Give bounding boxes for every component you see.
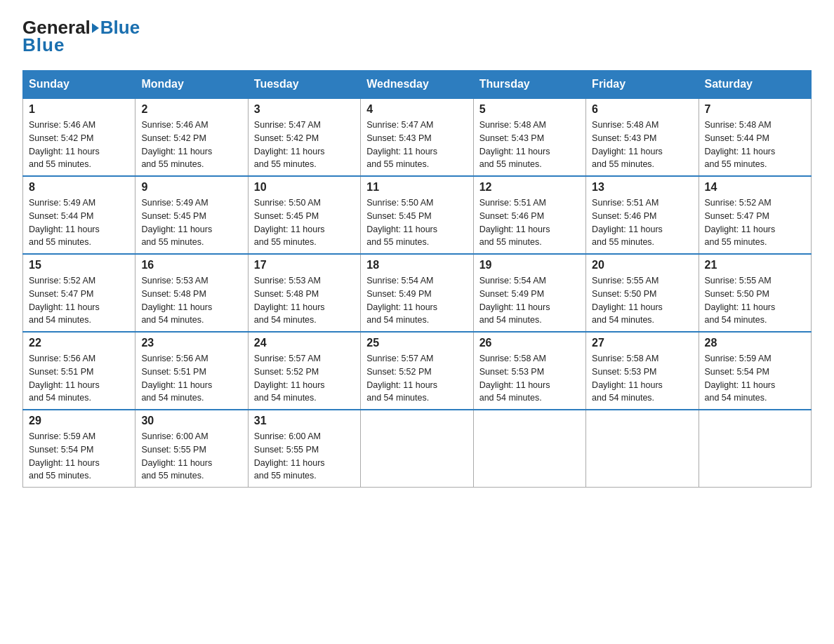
day-info: Sunrise: 6:00 AMSunset: 5:55 PMDaylight:… <box>254 430 355 483</box>
day-number: 4 <box>366 103 467 116</box>
day-info: Sunrise: 5:46 AMSunset: 5:42 PMDaylight:… <box>29 119 129 171</box>
calendar-cell: 18Sunrise: 5:54 AMSunset: 5:49 PMDayligh… <box>361 254 473 332</box>
calendar-cell: 6Sunrise: 5:48 AMSunset: 5:43 PMDaylight… <box>586 98 699 176</box>
day-info: Sunrise: 5:46 AMSunset: 5:42 PMDaylight:… <box>141 119 241 171</box>
calendar-cell: 30Sunrise: 6:00 AMSunset: 5:55 PMDayligh… <box>135 410 248 488</box>
page-header: General Blue Blue <box>22 17 812 56</box>
day-number: 12 <box>479 181 580 194</box>
day-info: Sunrise: 5:48 AMSunset: 5:44 PMDaylight:… <box>705 119 805 171</box>
calendar-cell: 16Sunrise: 5:53 AMSunset: 5:48 PMDayligh… <box>135 254 248 332</box>
calendar-cell: 27Sunrise: 5:58 AMSunset: 5:53 PMDayligh… <box>586 332 699 410</box>
calendar-cell: 12Sunrise: 5:51 AMSunset: 5:46 PMDayligh… <box>473 176 585 254</box>
day-number: 9 <box>141 181 241 194</box>
calendar-cell <box>473 410 585 488</box>
calendar-cell: 29Sunrise: 5:59 AMSunset: 5:54 PMDayligh… <box>23 410 135 488</box>
calendar-cell <box>699 410 811 488</box>
day-info: Sunrise: 5:54 AMSunset: 5:49 PMDaylight:… <box>366 274 467 327</box>
day-info: Sunrise: 5:57 AMSunset: 5:52 PMDaylight:… <box>366 352 467 405</box>
day-number: 15 <box>29 259 129 271</box>
calendar-cell: 3Sunrise: 5:47 AMSunset: 5:42 PMDaylight… <box>248 98 360 176</box>
day-number: 11 <box>366 181 467 194</box>
day-number: 30 <box>141 415 241 427</box>
calendar-cell: 20Sunrise: 5:55 AMSunset: 5:50 PMDayligh… <box>586 254 699 332</box>
day-info: Sunrise: 5:57 AMSunset: 5:52 PMDaylight:… <box>254 352 355 405</box>
day-number: 24 <box>254 337 355 349</box>
calendar-cell: 28Sunrise: 5:59 AMSunset: 5:54 PMDayligh… <box>699 332 811 410</box>
day-number: 7 <box>705 103 805 116</box>
calendar-week-row: 22Sunrise: 5:56 AMSunset: 5:51 PMDayligh… <box>23 332 812 410</box>
calendar-week-row: 1Sunrise: 5:46 AMSunset: 5:42 PMDaylight… <box>23 98 812 176</box>
day-info: Sunrise: 5:52 AMSunset: 5:47 PMDaylight:… <box>705 196 805 249</box>
day-info: Sunrise: 5:50 AMSunset: 5:45 PMDaylight:… <box>254 196 355 249</box>
day-number: 20 <box>592 259 692 271</box>
day-number: 25 <box>366 337 467 349</box>
day-number: 28 <box>705 337 805 349</box>
col-header-tuesday: Tuesday <box>248 71 360 99</box>
day-info: Sunrise: 5:53 AMSunset: 5:48 PMDaylight:… <box>141 274 241 327</box>
day-number: 21 <box>705 259 805 271</box>
calendar-cell: 14Sunrise: 5:52 AMSunset: 5:47 PMDayligh… <box>699 176 811 254</box>
calendar-cell: 21Sunrise: 5:55 AMSunset: 5:50 PMDayligh… <box>699 254 811 332</box>
calendar-week-row: 15Sunrise: 5:52 AMSunset: 5:47 PMDayligh… <box>23 254 812 332</box>
day-info: Sunrise: 5:48 AMSunset: 5:43 PMDaylight:… <box>479 119 580 171</box>
logo-arrow-icon <box>92 23 99 33</box>
calendar-cell: 15Sunrise: 5:52 AMSunset: 5:47 PMDayligh… <box>23 254 135 332</box>
calendar-cell: 11Sunrise: 5:50 AMSunset: 5:45 PMDayligh… <box>361 176 473 254</box>
col-header-monday: Monday <box>135 71 248 99</box>
logo-blue-word: Blue <box>100 17 140 39</box>
day-number: 22 <box>29 337 129 349</box>
calendar-cell: 2Sunrise: 5:46 AMSunset: 5:42 PMDaylight… <box>135 98 248 176</box>
day-number: 26 <box>479 337 580 349</box>
col-header-wednesday: Wednesday <box>361 71 473 99</box>
calendar-cell: 8Sunrise: 5:49 AMSunset: 5:44 PMDaylight… <box>23 176 135 254</box>
day-info: Sunrise: 5:56 AMSunset: 5:51 PMDaylight:… <box>29 352 129 405</box>
calendar-cell: 26Sunrise: 5:58 AMSunset: 5:53 PMDayligh… <box>473 332 585 410</box>
logo-underline: Blue <box>22 34 65 56</box>
day-info: Sunrise: 5:53 AMSunset: 5:48 PMDaylight:… <box>254 274 355 327</box>
day-info: Sunrise: 5:59 AMSunset: 5:54 PMDaylight:… <box>29 430 129 483</box>
calendar-cell: 19Sunrise: 5:54 AMSunset: 5:49 PMDayligh… <box>473 254 585 332</box>
calendar-cell <box>361 410 473 488</box>
day-number: 13 <box>592 181 692 194</box>
day-info: Sunrise: 5:58 AMSunset: 5:53 PMDaylight:… <box>479 352 580 405</box>
calendar-cell: 7Sunrise: 5:48 AMSunset: 5:44 PMDaylight… <box>699 98 811 176</box>
day-info: Sunrise: 5:51 AMSunset: 5:46 PMDaylight:… <box>592 196 692 249</box>
day-number: 5 <box>479 103 580 116</box>
day-number: 10 <box>254 181 355 194</box>
day-number: 16 <box>141 259 241 271</box>
day-info: Sunrise: 6:00 AMSunset: 5:55 PMDaylight:… <box>141 430 241 483</box>
day-number: 6 <box>592 103 692 116</box>
calendar-week-row: 8Sunrise: 5:49 AMSunset: 5:44 PMDaylight… <box>23 176 812 254</box>
day-info: Sunrise: 5:49 AMSunset: 5:44 PMDaylight:… <box>29 196 129 249</box>
calendar-cell: 4Sunrise: 5:47 AMSunset: 5:43 PMDaylight… <box>361 98 473 176</box>
calendar-cell: 31Sunrise: 6:00 AMSunset: 5:55 PMDayligh… <box>248 410 360 488</box>
day-number: 1 <box>29 103 129 116</box>
calendar-cell: 1Sunrise: 5:46 AMSunset: 5:42 PMDaylight… <box>23 98 135 176</box>
calendar-cell: 23Sunrise: 5:56 AMSunset: 5:51 PMDayligh… <box>135 332 248 410</box>
calendar-table: SundayMondayTuesdayWednesdayThursdayFrid… <box>22 70 812 488</box>
day-info: Sunrise: 5:52 AMSunset: 5:47 PMDaylight:… <box>29 274 129 327</box>
day-info: Sunrise: 5:50 AMSunset: 5:45 PMDaylight:… <box>366 196 467 249</box>
calendar-cell: 24Sunrise: 5:57 AMSunset: 5:52 PMDayligh… <box>248 332 360 410</box>
day-number: 8 <box>29 181 129 194</box>
day-number: 17 <box>254 259 355 271</box>
day-info: Sunrise: 5:55 AMSunset: 5:50 PMDaylight:… <box>592 274 692 327</box>
day-info: Sunrise: 5:49 AMSunset: 5:45 PMDaylight:… <box>141 196 241 249</box>
calendar-cell: 9Sunrise: 5:49 AMSunset: 5:45 PMDaylight… <box>135 176 248 254</box>
day-number: 31 <box>254 415 355 427</box>
col-header-friday: Friday <box>586 71 699 99</box>
day-number: 19 <box>479 259 580 271</box>
day-number: 23 <box>141 337 241 349</box>
day-info: Sunrise: 5:48 AMSunset: 5:43 PMDaylight:… <box>592 119 692 171</box>
day-number: 27 <box>592 337 692 349</box>
day-number: 14 <box>705 181 805 194</box>
day-info: Sunrise: 5:47 AMSunset: 5:43 PMDaylight:… <box>366 119 467 171</box>
day-number: 2 <box>141 103 241 116</box>
calendar-cell: 5Sunrise: 5:48 AMSunset: 5:43 PMDaylight… <box>473 98 585 176</box>
day-number: 29 <box>29 415 129 427</box>
day-info: Sunrise: 5:55 AMSunset: 5:50 PMDaylight:… <box>705 274 805 327</box>
day-number: 3 <box>254 103 355 116</box>
day-info: Sunrise: 5:51 AMSunset: 5:46 PMDaylight:… <box>479 196 580 249</box>
calendar-cell <box>586 410 699 488</box>
logo: General Blue Blue <box>22 17 140 56</box>
